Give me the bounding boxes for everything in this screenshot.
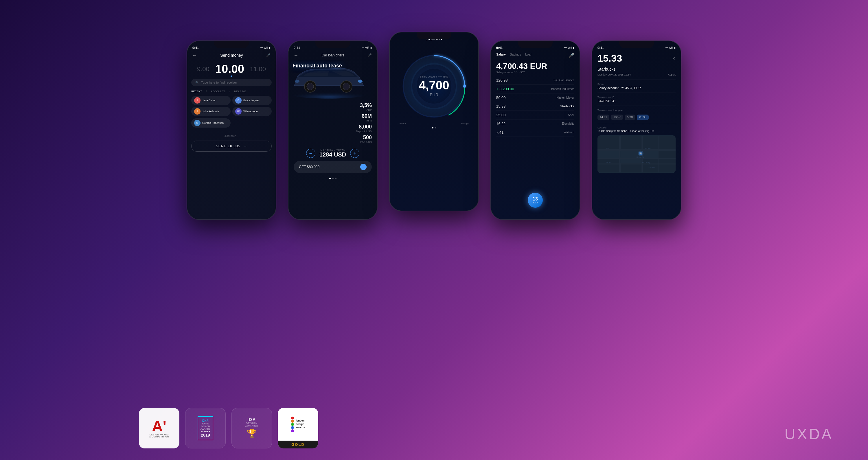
gauge-savings-label: Savings bbox=[461, 122, 469, 125]
avatar-john: J bbox=[194, 108, 200, 115]
decrease-button[interactable]: − bbox=[306, 149, 315, 158]
divider-1 bbox=[597, 80, 676, 80]
receiver-search[interactable]: 🔍 Type here to find receiver bbox=[191, 79, 272, 86]
gauge-amount: 4,700 bbox=[418, 79, 449, 91]
wifi-icon-p3: wifi bbox=[436, 38, 440, 40]
tab-salary[interactable]: Salary bbox=[496, 53, 506, 58]
wifi-icon-p2: wifi bbox=[365, 46, 369, 49]
svg-point-0 bbox=[291, 90, 367, 99]
location-label: Location bbox=[597, 126, 676, 129]
get-loan-button[interactable]: GET $80,000 → bbox=[294, 161, 372, 173]
color-orange bbox=[291, 420, 294, 423]
tx-chip-1: 14.61 bbox=[597, 115, 609, 120]
tx-from-section: From Salary account **** 4567, EUR bbox=[592, 82, 681, 91]
tx-row-7[interactable]: 7.41 Walmart bbox=[496, 128, 574, 137]
tab-loan[interactable]: Loan bbox=[525, 53, 532, 58]
dot-1 bbox=[329, 178, 331, 179]
uxda-brand: UXDA bbox=[785, 425, 833, 442]
send-button[interactable]: SEND 10.00$ → bbox=[191, 141, 272, 152]
divider-2 bbox=[597, 93, 676, 93]
a-design-logo: A' DESIGN AWARD& COMPETITION bbox=[149, 419, 169, 438]
status-time-p2: 9:41 bbox=[294, 46, 300, 50]
a-letter: A' bbox=[149, 419, 169, 434]
send-btn-label: SEND 10.00$ bbox=[216, 144, 240, 148]
location-section: Location 13 Old Compton St, Soho, London… bbox=[592, 125, 681, 134]
amount-slider[interactable]: 9.00 10.00 11.00 bbox=[187, 60, 276, 77]
london-top: londondesignawards bbox=[278, 408, 318, 440]
status-time-p1: 9:41 bbox=[192, 46, 199, 50]
contact-jane-china[interactable]: J Jane China bbox=[191, 96, 230, 105]
account-balance: 4,700.43 EUR Salary account **** 4567 bbox=[491, 60, 580, 76]
contact-bruce-lognac[interactable]: B Bruce Lognac bbox=[232, 96, 272, 105]
tx-date-row: Monday, July 13, 2018 12:34 Report bbox=[592, 72, 681, 78]
svg-rect-21 bbox=[597, 150, 619, 158]
tab-savings[interactable]: Savings bbox=[510, 53, 521, 58]
tx-chip-4: 20.30 bbox=[637, 115, 649, 120]
a-design-text: DESIGN AWARD& COMPETITION bbox=[149, 434, 169, 438]
tx-row-2[interactable]: + 3,200.00 Bottech Industries bbox=[496, 85, 574, 93]
car-loan-header-title: Car loan offers bbox=[321, 53, 344, 57]
tab-recent[interactable]: RECENT bbox=[191, 90, 202, 93]
phone-transaction-detail: 9:41 ▪▪▪ wifi ▮ 15.33 ✕ Starbucks Monday… bbox=[592, 40, 681, 220]
get-arrow-icon: → bbox=[360, 164, 367, 170]
tab-accounts[interactable]: ACCOUNTS bbox=[211, 90, 226, 93]
amount-indicator bbox=[230, 75, 232, 77]
increase-button[interactable]: + bbox=[350, 149, 359, 158]
close-icon-p5[interactable]: ✕ bbox=[672, 56, 676, 61]
wifi-icon-p5: wifi bbox=[669, 46, 673, 49]
tab-near-me[interactable]: NEAR ME bbox=[235, 90, 246, 93]
svg-rect-22 bbox=[620, 159, 642, 163]
from-label: From bbox=[597, 83, 676, 86]
dna-title: DNA bbox=[200, 419, 211, 422]
contact-gordon[interactable]: G Gordon Robertson bbox=[191, 118, 230, 128]
award-dna-paris: DNA PARIS DESIGN AWARDS WINNER 2019 bbox=[185, 408, 226, 449]
map-view[interactable]: A501 A5204 Brook St A4202 Piccadilly The… bbox=[597, 135, 676, 173]
tx-amount-1: 120.98 bbox=[496, 78, 508, 83]
tx-row-4[interactable]: 15.33 Starbucks bbox=[496, 102, 574, 111]
mic-icon-p2[interactable]: 🎤 bbox=[368, 53, 372, 57]
mic-icon-p4[interactable]: 🎤 bbox=[568, 53, 574, 58]
tx-merchant-7: Walmart bbox=[564, 131, 574, 134]
search-placeholder-p1: Type here to find receiver bbox=[201, 81, 237, 84]
contact-wife-account[interactable]: W Wife account bbox=[232, 107, 272, 116]
battery-icon-p3: ▮ bbox=[441, 38, 442, 40]
signal-icon-p1: ▪▪▪ bbox=[260, 46, 263, 49]
signal-icon-p5: ▪▪▪ bbox=[665, 46, 668, 49]
dna-paris-label: PARIS bbox=[200, 422, 211, 425]
tx-chip-2: 10.57 bbox=[611, 115, 623, 120]
transactions-list: 120.98 SIC Car Service + 3,200.00 Bottec… bbox=[491, 76, 580, 137]
add-note-field[interactable]: Add note... bbox=[187, 129, 276, 141]
dna-year: 2019 bbox=[200, 433, 211, 437]
tx-merchant-6: Electricity bbox=[562, 122, 574, 125]
battery-icon-p2: ▮ bbox=[370, 46, 372, 49]
gauge-display: Salary account **** 4567 4,700 EUR bbox=[399, 52, 469, 121]
back-button-p1[interactable]: ← bbox=[192, 53, 197, 58]
avatar-wife: W bbox=[235, 108, 242, 115]
arp-label: ARP bbox=[360, 109, 372, 112]
tx-row-6[interactable]: 16.22 Electricity bbox=[496, 120, 574, 128]
dna-design-label: DESIGN bbox=[200, 425, 211, 428]
monthly-controls: − MONTHLY / TOTAL 1284 USD + bbox=[294, 149, 372, 158]
award-london: londondesignawards GOLD bbox=[278, 408, 318, 449]
fee-value: 500 bbox=[360, 134, 372, 141]
svg-text:A5204: A5204 bbox=[645, 148, 651, 150]
tx-row-3[interactable]: 50.00 Kirsten Meyer bbox=[496, 93, 574, 102]
tx-row-5[interactable]: 25.00 Shell bbox=[496, 111, 574, 120]
tx-row-1[interactable]: 120.98 SIC Car Service bbox=[496, 76, 574, 85]
mic-icon-p1[interactable]: 🎤 bbox=[266, 53, 271, 57]
dot-3 bbox=[335, 178, 337, 179]
calendar-button[interactable]: 13 JULY bbox=[528, 193, 543, 208]
ida-trophy-icon: 🏆 bbox=[245, 429, 258, 438]
report-link[interactable]: Report bbox=[668, 73, 676, 76]
battery-icon-p1: ▮ bbox=[269, 46, 271, 49]
contact-john-archontis[interactable]: J John Archontis bbox=[191, 107, 230, 116]
back-button-p2[interactable]: ← bbox=[294, 53, 298, 58]
tx-year-label: Transactions this year bbox=[597, 109, 676, 112]
contact-name-gordon: Gordon Robertson bbox=[202, 122, 224, 124]
ida-subtitle: DESIGN bbox=[245, 422, 258, 425]
phone-send-money: 9:41 ▪▪▪ wifi ▮ ← Send money 🎤 9.00 10.0… bbox=[187, 40, 276, 220]
phone-gauge: 9:41 ▪▪▪ wifi ▮ bbox=[389, 32, 479, 211]
map-svg: A501 A5204 Brook St A4202 Piccadilly The… bbox=[597, 135, 676, 173]
contacts-grid: J Jane China B Bruce Lognac J John Archo… bbox=[187, 95, 276, 117]
deposit-value: 8,000 bbox=[356, 124, 372, 130]
